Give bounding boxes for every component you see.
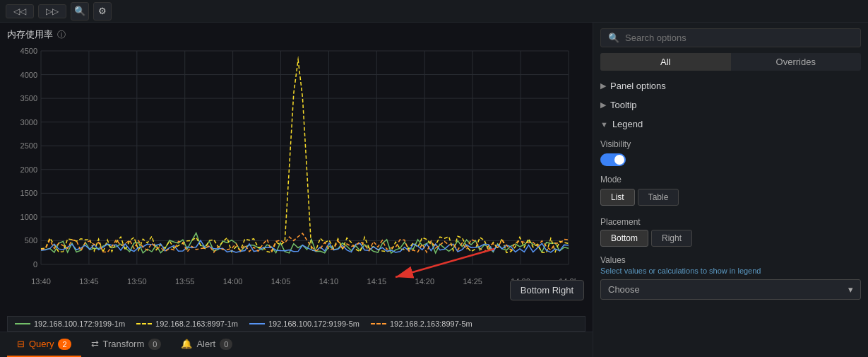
toggle-knob	[614, 155, 624, 165]
legend-label-3: 192.168.100.172:9199-5m	[268, 320, 359, 328]
legend-header[interactable]: ▼ Legend	[593, 115, 868, 134]
search-icon[interactable]: 🔍	[71, 2, 89, 21]
tooltip-label: Tooltip	[610, 100, 637, 110]
tooltip-chevron-icon: ▶	[600, 100, 606, 110]
panel-tab-switch: All Overrides	[600, 53, 861, 71]
visibility-label: Visibility	[600, 139, 861, 149]
panel-options-header[interactable]: ▶ Panel options	[593, 76, 868, 95]
tab-transform-label: Transform	[103, 339, 145, 349]
values-dropdown[interactable]: Choose ▾	[600, 279, 861, 300]
main-area: 内存使用率 ⓘ 192.168.100.172:9199-1m	[0, 23, 868, 357]
zoom-in-button[interactable]: ▷▷	[38, 4, 66, 18]
mode-btn-group: List Table	[600, 189, 861, 206]
placement-right-button[interactable]: Right	[651, 230, 692, 247]
mode-label: Mode	[600, 175, 861, 185]
tab-query-label: Query	[29, 339, 54, 349]
values-placeholder: Choose	[608, 284, 640, 295]
legend-chevron-icon: ▼	[600, 120, 608, 129]
right-panel: 🔍 All Overrides ▶ Panel options ▶ Toolti…	[593, 23, 868, 357]
legend-item-1: 192.168.100.172:9199-1m	[15, 320, 125, 328]
legend-item-3: 192.168.100.172:9199-5m	[249, 320, 359, 328]
zoom-out-button[interactable]: ◁◁	[6, 4, 34, 18]
legend-color-1	[15, 323, 30, 324]
visibility-toggle[interactable]	[600, 153, 861, 166]
values-section: Values Select values or calculations to …	[593, 250, 868, 305]
chart-legend: 192.168.100.172:9199-1m 192.168.2.163:89…	[7, 316, 585, 332]
tooltip-header[interactable]: ▶ Tooltip	[593, 95, 868, 115]
chart-container	[0, 44, 593, 315]
mode-table-button[interactable]: Table	[638, 189, 679, 206]
visibility-section: Visibility	[600, 134, 861, 169]
chevron-down-icon: ▾	[848, 284, 853, 295]
legend-label-4: 192.168.2.163:8997-5m	[390, 320, 472, 328]
legend-section: Visibility Mode List Table Placement	[593, 134, 868, 250]
tab-alert-label: Alert	[196, 339, 215, 349]
tab-transform-badge: 0	[148, 339, 161, 350]
chart-title-text: 内存使用率	[7, 28, 53, 41]
transform-icon: ⇄	[91, 339, 99, 349]
tab-overrides[interactable]: Overrides	[731, 53, 862, 71]
mode-list-button[interactable]: List	[600, 189, 635, 206]
tab-alert-badge: 0	[220, 339, 232, 350]
chart-area: 内存使用率 ⓘ 192.168.100.172:9199-1m	[0, 23, 593, 357]
alert-icon: 🔔	[181, 339, 192, 349]
tab-query[interactable]: ⊟ Query 2	[7, 332, 81, 357]
placement-btn-group: Bottom Right	[600, 230, 861, 247]
tab-query-badge: 2	[58, 339, 71, 350]
legend-item-4: 192.168.2.163:8997-5m	[371, 320, 472, 328]
mode-section: Mode List Table	[600, 169, 861, 209]
tab-all[interactable]: All	[600, 53, 731, 71]
search-input[interactable]	[625, 33, 853, 43]
legend-label-2: 192.168.2.163:8997-1m	[155, 320, 238, 328]
legend-color-4	[371, 323, 386, 324]
search-box[interactable]: 🔍	[600, 28, 861, 47]
legend-item-2: 192.168.2.163:8997-1m	[136, 320, 238, 328]
query-icon: ⊟	[17, 339, 25, 349]
placement-section: Placement Bottom Right	[600, 209, 861, 250]
settings-icon[interactable]: ⚙	[93, 2, 112, 21]
toggle-switch[interactable]	[600, 153, 626, 166]
values-label: Values	[600, 255, 861, 265]
top-bar: ◁◁ ▷▷ 🔍 ⚙	[0, 0, 868, 23]
legend-label-header: Legend	[612, 119, 643, 129]
bottom-right-bubble: Bottom Right	[510, 280, 584, 300]
tab-alert[interactable]: 🔔 Alert 0	[171, 332, 242, 357]
bottom-tabs: ⊟ Query 2 ⇄ Transform 0 🔔 Alert 0	[0, 332, 593, 357]
tab-transform[interactable]: ⇄ Transform 0	[81, 332, 172, 357]
legend-color-2	[136, 323, 152, 324]
panel-options-label: Panel options	[610, 81, 666, 91]
chart-title: 内存使用率 ⓘ	[0, 28, 593, 44]
legend-color-3	[249, 323, 265, 324]
placement-label: Placement	[600, 217, 861, 227]
chevron-right-icon: ▶	[600, 81, 606, 90]
placement-bottom-button[interactable]: Bottom	[600, 230, 648, 247]
legend-label-1: 192.168.100.172:9199-1m	[34, 320, 125, 328]
chart-info-icon[interactable]: ⓘ	[57, 29, 66, 41]
search-icon-panel: 🔍	[608, 33, 619, 43]
values-sublabel: Select values or calculations to show in…	[600, 267, 861, 275]
